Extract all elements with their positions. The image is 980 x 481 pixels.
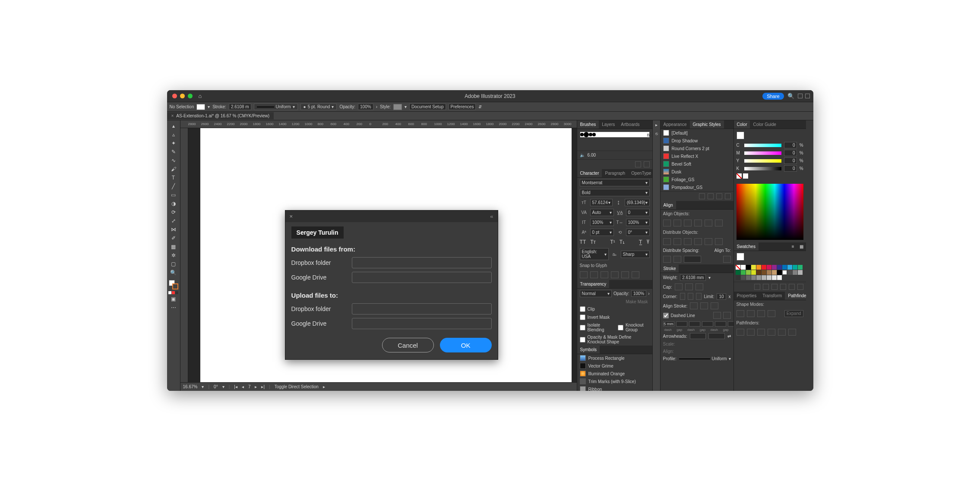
document-setup-button[interactable]: Document Setup xyxy=(409,104,446,110)
last-artboard-icon[interactable]: ▸| xyxy=(261,384,265,389)
status-play-icon[interactable]: ▸ xyxy=(323,384,325,389)
glyph-btn[interactable] xyxy=(590,271,598,278)
fill-color-icon[interactable] xyxy=(737,132,744,139)
upload-drive-input[interactable] xyxy=(352,318,492,329)
underline-icon[interactable]: T̲ xyxy=(639,239,642,245)
fill-swatch[interactable] xyxy=(196,104,205,110)
allcaps-icon[interactable]: TT xyxy=(580,239,586,245)
tab-layers[interactable]: Layers xyxy=(599,120,618,129)
subscript-icon[interactable]: T₁ xyxy=(620,239,625,245)
swatch[interactable] xyxy=(798,270,803,275)
swatch[interactable] xyxy=(736,275,740,280)
stroke-profile[interactable]: Uniform▾ xyxy=(254,104,298,110)
leading-field[interactable]: (69.1349)▾ xyxy=(625,199,650,206)
zoom-level[interactable]: 16.67% xyxy=(183,384,198,389)
tab-transform[interactable]: Transform xyxy=(759,292,785,300)
symbol-item[interactable]: Ribbon xyxy=(577,385,652,391)
swatch[interactable] xyxy=(751,270,756,275)
arrow-end-field[interactable] xyxy=(708,333,724,339)
strikethrough-icon[interactable]: Ŧ xyxy=(646,239,649,245)
cap-round-icon[interactable] xyxy=(685,283,693,290)
char-rotation-field[interactable]: 0°▾ xyxy=(626,229,650,236)
language-field[interactable]: English: USA▾ xyxy=(580,248,609,260)
tab-pathfinder[interactable]: Pathfinder xyxy=(785,292,806,300)
symbol-sprayer-tool[interactable]: ✲ xyxy=(168,252,179,259)
unite-icon[interactable] xyxy=(737,310,744,317)
collapsed-panel-icon[interactable]: ⎋ xyxy=(653,129,660,138)
preferences-button[interactable]: Preferences xyxy=(449,104,476,110)
style-item[interactable]: Live Reflect X xyxy=(661,152,733,160)
artboard-tool[interactable]: ▢ xyxy=(168,260,179,268)
workspace-switcher[interactable] xyxy=(798,94,810,98)
kerning-field[interactable]: Auto▾ xyxy=(590,209,614,216)
style-item[interactable]: Foliage_GS xyxy=(661,176,733,183)
swatch[interactable] xyxy=(787,265,792,270)
tab-color[interactable]: Color xyxy=(734,120,750,129)
swap-arrows-icon[interactable]: ⇄ xyxy=(727,334,731,339)
superscript-icon[interactable]: T¹ xyxy=(610,239,615,245)
tab-color-guide[interactable]: Color Guide xyxy=(750,120,779,129)
swatch[interactable] xyxy=(741,275,746,280)
maximize-icon[interactable] xyxy=(188,94,193,98)
stroke-color-icon[interactable] xyxy=(172,283,178,289)
swatch[interactable] xyxy=(756,275,761,280)
exclude-icon[interactable] xyxy=(768,310,775,317)
blend-mode-field[interactable]: Normal▾ xyxy=(580,290,612,297)
screen-mode-tool[interactable]: ▣ xyxy=(168,295,179,303)
dist-hspace-icon[interactable] xyxy=(673,256,681,263)
antialias-field[interactable]: Sharp▾ xyxy=(621,251,650,258)
rotation-value[interactable]: 0° xyxy=(214,384,218,389)
swatch[interactable] xyxy=(772,265,777,270)
yellow-value[interactable]: 0 xyxy=(784,157,797,164)
cyan-value[interactable]: 0 xyxy=(784,142,797,148)
dist-vspace-icon[interactable] xyxy=(663,256,671,263)
line-tool[interactable]: ╱ xyxy=(168,182,179,190)
swatch[interactable] xyxy=(767,275,771,280)
gap-input[interactable] xyxy=(728,321,733,327)
doc-tab[interactable]: × AS-Extenstion-1.ai* @ 16.67 % (CMYK/Pr… xyxy=(167,112,274,119)
swatch[interactable] xyxy=(746,270,751,275)
swatch[interactable] xyxy=(787,270,792,275)
baseline-field[interactable]: 0 pt▾ xyxy=(590,229,614,236)
font-family-field[interactable]: Montserrat▾ xyxy=(580,179,650,186)
crop-icon[interactable] xyxy=(768,329,775,336)
libraries-icon[interactable] xyxy=(699,193,705,199)
libraries-icon[interactable] xyxy=(635,161,641,167)
white-swatch[interactable] xyxy=(743,173,748,179)
rotate-tool[interactable]: ⟳ xyxy=(168,208,179,216)
style-item[interactable]: Round Corners 2 pt xyxy=(661,145,733,152)
symbol-item[interactable]: Illuminated Orange xyxy=(577,370,652,377)
swatch[interactable] xyxy=(782,265,787,270)
curvature-tool[interactable]: ∿ xyxy=(168,157,179,164)
magic-wand-tool[interactable]: ✦ xyxy=(168,139,179,147)
zoom-tool[interactable]: 🔍 xyxy=(168,269,179,277)
swatch-list-view-icon[interactable]: ≡ xyxy=(789,242,797,251)
align-left-icon[interactable] xyxy=(663,220,671,226)
dist-left-icon[interactable] xyxy=(694,238,702,245)
glyph-btn[interactable] xyxy=(632,271,639,278)
swatch[interactable] xyxy=(746,275,751,280)
tracking-field[interactable]: 0▾ xyxy=(626,209,650,216)
swatch[interactable] xyxy=(756,270,761,275)
new-brush-icon[interactable] xyxy=(644,161,650,167)
selection-tool[interactable]: ▴ xyxy=(168,122,179,130)
tab-stroke[interactable]: Stroke xyxy=(661,264,679,273)
dash-align-icon[interactable] xyxy=(723,312,731,319)
align-right-icon[interactable] xyxy=(684,220,692,226)
align-stroke-outside-icon[interactable] xyxy=(711,302,718,309)
weight-field[interactable]: 2.6108 mm xyxy=(680,274,706,281)
eyedropper-tool[interactable]: ✐ xyxy=(168,234,179,242)
align-vcenter-icon[interactable] xyxy=(705,220,712,226)
swatch[interactable] xyxy=(782,270,787,275)
delete-style-icon[interactable] xyxy=(725,193,731,199)
mask-shape-checkbox[interactable] xyxy=(580,337,585,343)
magenta-slider[interactable] xyxy=(744,151,781,155)
tab-swatches[interactable]: Swatches xyxy=(734,242,759,251)
direct-selection-tool[interactable]: ▵ xyxy=(168,131,179,138)
dist-hcenter-icon[interactable] xyxy=(705,238,712,245)
style-swatch[interactable] xyxy=(393,104,402,110)
dist-right-icon[interactable] xyxy=(715,238,723,245)
style-item[interactable]: Pompadour_GS xyxy=(661,183,733,191)
brush-tool[interactable]: 🖌 xyxy=(168,165,179,173)
font-size-field[interactable]: 57.6124▾ xyxy=(590,199,613,206)
